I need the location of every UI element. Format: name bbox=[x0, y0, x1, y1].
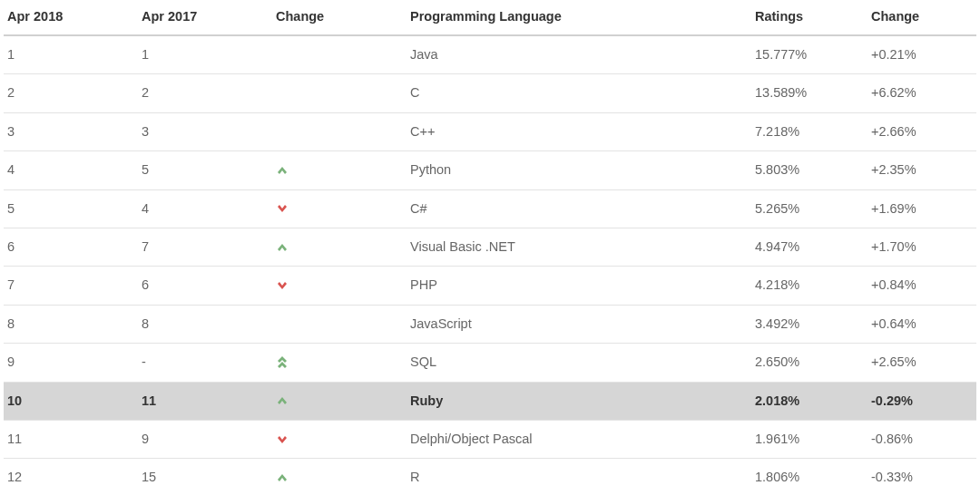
cell-pct-change: +0.21% bbox=[867, 35, 976, 74]
cell-pos-now: 12 bbox=[4, 459, 138, 495]
table-row: 22C13.589%+6.62% bbox=[4, 74, 976, 112]
cell-pct-change: +6.62% bbox=[867, 74, 976, 112]
cell-ratings: 4.947% bbox=[751, 228, 867, 266]
table-row: 11Java15.777%+0.21% bbox=[4, 35, 976, 74]
cell-rank-change bbox=[272, 382, 407, 420]
cell-pos-now: 4 bbox=[4, 151, 138, 189]
chevron-up-icon bbox=[276, 396, 399, 405]
cell-ratings: 5.803% bbox=[751, 151, 867, 189]
cell-pos-prev: 4 bbox=[138, 189, 272, 228]
cell-pos-now: 7 bbox=[4, 267, 138, 305]
cell-pos-prev: 1 bbox=[138, 35, 272, 74]
cell-ratings: 5.265% bbox=[751, 189, 867, 228]
cell-ratings: 2.018% bbox=[751, 382, 867, 420]
col-header-apr-2018: Apr 2018 bbox=[4, 0, 138, 35]
table-row: 45Python5.803%+2.35% bbox=[4, 151, 976, 189]
cell-pos-now: 5 bbox=[4, 189, 138, 228]
cell-language: C++ bbox=[407, 112, 751, 150]
cell-ratings: 2.650% bbox=[751, 344, 867, 382]
rankings-table: Apr 2018 Apr 2017 Change Programming Lan… bbox=[4, 0, 976, 495]
cell-pos-prev: 8 bbox=[138, 305, 272, 343]
chevron-down-icon bbox=[276, 204, 399, 213]
col-header-language: Programming Language bbox=[407, 0, 751, 35]
col-header-apr-2017: Apr 2017 bbox=[138, 0, 272, 35]
chevron-down-icon bbox=[276, 435, 399, 444]
cell-pos-now: 3 bbox=[4, 112, 138, 150]
cell-rank-change bbox=[272, 420, 407, 458]
cell-rank-change bbox=[272, 267, 407, 305]
cell-language: Python bbox=[407, 151, 751, 189]
cell-language: Ruby bbox=[407, 382, 751, 420]
chevron-down-icon bbox=[276, 281, 399, 290]
chevron-up-icon bbox=[276, 243, 399, 252]
cell-language: SQL bbox=[407, 344, 751, 382]
cell-pct-change: +2.65% bbox=[867, 344, 976, 382]
cell-language: JavaScript bbox=[407, 305, 751, 343]
cell-pct-change: -0.29% bbox=[867, 382, 976, 420]
cell-ratings: 15.777% bbox=[751, 35, 867, 74]
table-header-row: Apr 2018 Apr 2017 Change Programming Lan… bbox=[4, 0, 976, 35]
table-row: 88JavaScript3.492%+0.64% bbox=[4, 305, 976, 343]
cell-pct-change: +2.35% bbox=[867, 151, 976, 189]
cell-pos-prev: 6 bbox=[138, 267, 272, 305]
cell-pct-change: +0.84% bbox=[867, 267, 976, 305]
table-row: 1011Ruby2.018%-0.29% bbox=[4, 382, 976, 420]
chevron-up-icon bbox=[276, 473, 399, 482]
cell-language: C bbox=[407, 74, 751, 112]
cell-pos-prev: 2 bbox=[138, 74, 272, 112]
cell-ratings: 4.218% bbox=[751, 267, 867, 305]
cell-pos-now: 10 bbox=[4, 382, 138, 420]
cell-pos-now: 6 bbox=[4, 228, 138, 266]
cell-ratings: 1.961% bbox=[751, 420, 867, 458]
cell-ratings: 7.218% bbox=[751, 112, 867, 150]
cell-rank-change bbox=[272, 305, 407, 343]
table-row: 54C#5.265%+1.69% bbox=[4, 189, 976, 228]
cell-pos-prev: 7 bbox=[138, 228, 272, 266]
cell-language: PHP bbox=[407, 267, 751, 305]
cell-pos-now: 1 bbox=[4, 35, 138, 74]
cell-pct-change: +2.66% bbox=[867, 112, 976, 150]
cell-rank-change bbox=[272, 189, 407, 228]
table-row: 33C++7.218%+2.66% bbox=[4, 112, 976, 150]
cell-language: C# bbox=[407, 189, 751, 228]
cell-language: Visual Basic .NET bbox=[407, 228, 751, 266]
cell-pos-now: 8 bbox=[4, 305, 138, 343]
chevron-up-icon bbox=[276, 166, 399, 175]
cell-pos-now: 9 bbox=[4, 344, 138, 382]
table-row: 76PHP4.218%+0.84% bbox=[4, 267, 976, 305]
cell-pos-prev: - bbox=[138, 344, 272, 382]
cell-pct-change: +1.70% bbox=[867, 228, 976, 266]
cell-pct-change: +1.69% bbox=[867, 189, 976, 228]
cell-language: Java bbox=[407, 35, 751, 74]
cell-pos-prev: 9 bbox=[138, 420, 272, 458]
col-header-ratings: Ratings bbox=[751, 0, 867, 35]
cell-pos-prev: 11 bbox=[138, 382, 272, 420]
table-row: 1215R1.806%-0.33% bbox=[4, 459, 976, 495]
cell-rank-change bbox=[272, 344, 407, 382]
double-chevron-up-icon bbox=[276, 356, 399, 369]
cell-rank-change bbox=[272, 35, 407, 74]
table-row: 119Delphi/Object Pascal1.961%-0.86% bbox=[4, 420, 976, 458]
cell-ratings: 3.492% bbox=[751, 305, 867, 343]
cell-pct-change: -0.86% bbox=[867, 420, 976, 458]
col-header-pct-change: Change bbox=[867, 0, 976, 35]
cell-ratings: 1.806% bbox=[751, 459, 867, 495]
cell-ratings: 13.589% bbox=[751, 74, 867, 112]
col-header-rank-change: Change bbox=[272, 0, 407, 35]
cell-rank-change bbox=[272, 151, 407, 189]
cell-rank-change bbox=[272, 228, 407, 266]
cell-language: R bbox=[407, 459, 751, 495]
cell-pos-prev: 5 bbox=[138, 151, 272, 189]
cell-pos-now: 11 bbox=[4, 420, 138, 458]
cell-pos-prev: 3 bbox=[138, 112, 272, 150]
cell-pos-now: 2 bbox=[4, 74, 138, 112]
cell-rank-change bbox=[272, 112, 407, 150]
table-row: 9-SQL2.650%+2.65% bbox=[4, 344, 976, 382]
cell-rank-change bbox=[272, 74, 407, 112]
cell-pct-change: -0.33% bbox=[867, 459, 976, 495]
cell-rank-change bbox=[272, 459, 407, 495]
cell-pos-prev: 15 bbox=[138, 459, 272, 495]
cell-pct-change: +0.64% bbox=[867, 305, 976, 343]
cell-language: Delphi/Object Pascal bbox=[407, 420, 751, 458]
table-row: 67Visual Basic .NET4.947%+1.70% bbox=[4, 228, 976, 266]
